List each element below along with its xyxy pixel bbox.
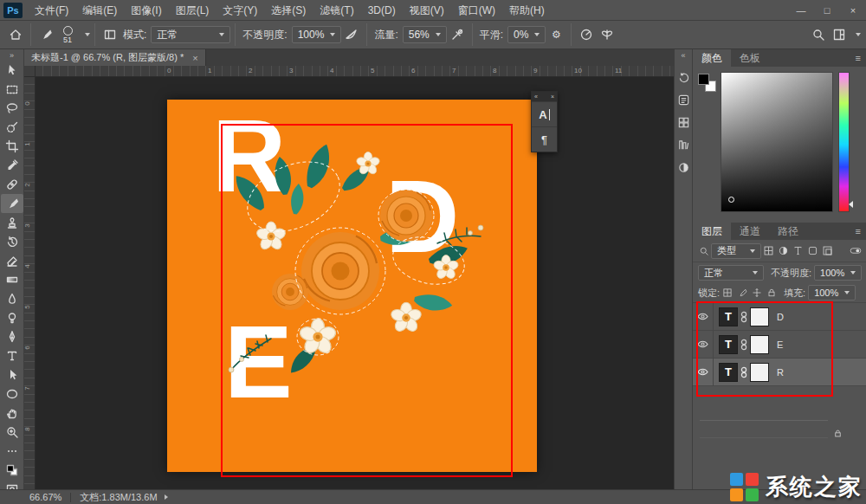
history-panel-button[interactable]: [675, 68, 692, 86]
marquee-tool[interactable]: [1, 80, 23, 99]
layer-filter-toggle[interactable]: [849, 244, 862, 257]
tab-channels[interactable]: 通道: [731, 223, 769, 240]
crop-tool[interactable]: [1, 137, 23, 156]
layer-thumbnail[interactable]: T: [719, 335, 738, 354]
panel-menu-icon[interactable]: ≡: [856, 226, 861, 236]
layer-filter-type-select[interactable]: 类型: [711, 243, 761, 259]
lock-transparent-pixels-button[interactable]: [721, 287, 734, 300]
menu-help[interactable]: 帮助(H): [502, 0, 552, 21]
status-options-chevron-icon[interactable]: [165, 494, 168, 500]
history-brush-tool[interactable]: [1, 232, 23, 251]
menu-select[interactable]: 选择(S): [264, 0, 313, 21]
tab-layers[interactable]: 图层: [693, 223, 731, 240]
eraser-tool[interactable]: [1, 251, 23, 270]
layer-visibility-toggle[interactable]: [693, 359, 714, 386]
foreground-background-swatch[interactable]: [1, 461, 23, 480]
filter-shape-layers-button[interactable]: [806, 244, 819, 257]
home-button[interactable]: [5, 24, 26, 45]
maximize-button[interactable]: □: [814, 0, 840, 21]
tab-paths[interactable]: 路径: [769, 223, 807, 240]
menu-3d[interactable]: 3D(D): [361, 0, 403, 21]
layer-name[interactable]: D: [777, 312, 784, 322]
menu-view[interactable]: 视图(V): [403, 0, 451, 21]
tab-swatches[interactable]: 色板: [731, 49, 769, 67]
panel-collapse-icon[interactable]: «: [534, 94, 538, 100]
menu-type[interactable]: 文字(Y): [216, 0, 264, 21]
healing-brush-tool[interactable]: [1, 175, 23, 194]
adjustments-panel-button[interactable]: [675, 158, 692, 176]
layer-fill-select[interactable]: 100%: [808, 285, 856, 300]
hue-slider[interactable]: [838, 72, 850, 212]
document-tab[interactable]: 未标题-1 @ 66.7% (R, 图层蒙版/8) * ×: [24, 49, 206, 66]
smoothing-options-button[interactable]: ⚙: [546, 24, 566, 45]
libraries-panel-button[interactable]: [675, 136, 692, 153]
menu-file[interactable]: 文件(F): [28, 0, 75, 21]
minimize-button[interactable]: —: [788, 0, 814, 21]
menu-edit[interactable]: 编辑(E): [75, 0, 124, 21]
layer-visibility-toggle[interactable]: [693, 331, 714, 359]
layer-row-r[interactable]: T R: [693, 359, 866, 386]
paint-symmetry-button[interactable]: [597, 24, 617, 45]
path-selection-tool[interactable]: [1, 365, 23, 384]
quick-selection-tool[interactable]: [1, 118, 23, 137]
layer-name[interactable]: R: [777, 367, 784, 378]
brush-preset-picker[interactable]: [36, 24, 56, 45]
layer-mask-thumbnail[interactable]: [750, 335, 769, 354]
foreground-color-swatch[interactable]: [698, 74, 709, 85]
layer-row-e[interactable]: T E: [693, 331, 866, 359]
tab-color[interactable]: 颜色: [693, 49, 731, 67]
brush-angle-button[interactable]: [576, 24, 597, 45]
layer-name[interactable]: E: [777, 339, 783, 350]
layer-mask-thumbnail[interactable]: [750, 363, 769, 382]
document-canvas[interactable]: R D E: [167, 100, 537, 472]
layer-thumbnail[interactable]: T: [719, 363, 738, 382]
saturation-brightness-field[interactable]: [721, 72, 833, 212]
brush-settings-panel-button[interactable]: [100, 24, 120, 45]
brush-size-preview[interactable]: 51: [56, 26, 79, 44]
layer-blend-mode-select[interactable]: 正常: [698, 265, 764, 281]
flow-select[interactable]: 56%: [403, 26, 447, 43]
workspace-switcher[interactable]: [829, 24, 850, 45]
layer-thumbnail[interactable]: T: [719, 307, 738, 326]
brush-tool[interactable]: [1, 194, 23, 213]
menu-layer[interactable]: 图层(L): [169, 0, 216, 21]
tab-close-icon[interactable]: ×: [192, 53, 197, 63]
pen-tool[interactable]: [1, 327, 23, 346]
toolbar-collapse-icon[interactable]: »: [10, 50, 14, 61]
gradient-tool[interactable]: [1, 270, 23, 289]
layer-visibility-toggle[interactable]: [693, 303, 714, 331]
layer-mask-thumbnail[interactable]: [750, 307, 769, 326]
layer-opacity-select[interactable]: 100%: [814, 265, 862, 281]
hand-tool[interactable]: [1, 404, 23, 423]
smoothing-select[interactable]: 0%: [507, 26, 546, 43]
move-tool[interactable]: [1, 61, 23, 80]
ruler-origin[interactable]: [24, 66, 36, 77]
filter-smart-objects-button[interactable]: [821, 244, 834, 257]
layer-row-d[interactable]: T D: [693, 303, 866, 331]
menu-image[interactable]: 图像(I): [124, 0, 168, 21]
search-button[interactable]: [808, 24, 829, 45]
clone-stamp-tool[interactable]: [1, 213, 23, 232]
filter-pixel-layers-button[interactable]: [762, 244, 775, 257]
panel-menu-icon[interactable]: ≡: [856, 53, 861, 63]
lock-position-button[interactable]: [750, 287, 763, 300]
lock-image-pixels-button[interactable]: [735, 287, 748, 300]
panel-close-icon[interactable]: ×: [551, 94, 554, 100]
hue-slider-marker[interactable]: [849, 201, 853, 208]
filter-type-layers-button[interactable]: [792, 244, 805, 257]
expand-panels-icon[interactable]: «: [681, 51, 685, 63]
type-tool[interactable]: [1, 346, 23, 365]
lock-all-button[interactable]: [765, 287, 778, 300]
horizontal-ruler[interactable]: 0 1 2 3 4 5 6 7 8 9 10 11: [36, 66, 674, 77]
canvas-viewport[interactable]: 0 1 2 3 4 5 6 7 8 9 10 11 0 1 2 3 4 5 6 …: [24, 66, 674, 489]
blend-mode-select[interactable]: 正常: [151, 26, 230, 43]
opacity-select[interactable]: 100%: [292, 26, 342, 43]
blur-tool[interactable]: [1, 289, 23, 308]
color-field-marker[interactable]: [728, 197, 734, 203]
shape-tool[interactable]: [1, 384, 23, 404]
properties-panel-button[interactable]: [675, 91, 692, 108]
dodge-tool[interactable]: [1, 308, 23, 327]
character-panel-button[interactable]: A: [532, 101, 557, 126]
paragraph-panel-button[interactable]: ¶: [532, 126, 557, 152]
filter-adjustment-layers-button[interactable]: [777, 244, 790, 257]
